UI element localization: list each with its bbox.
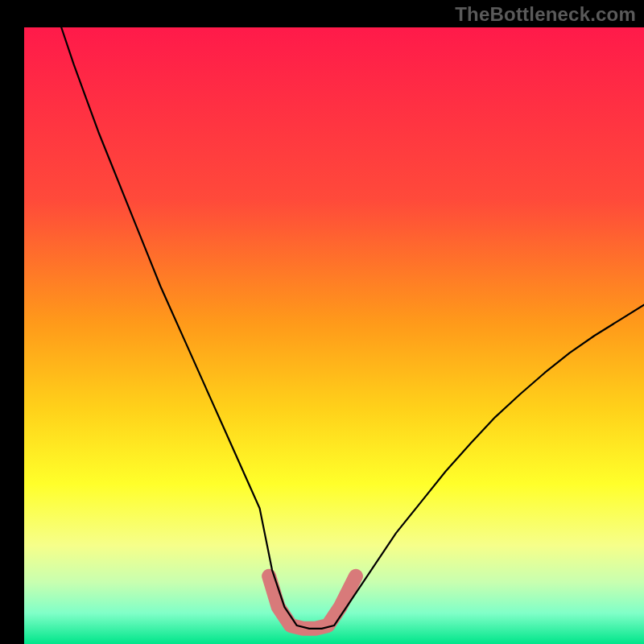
bottleneck-chart [0,0,644,644]
plot-background [24,27,644,644]
watermark-text: TheBottleneck.com [455,3,636,26]
chart-frame: TheBottleneck.com [0,0,644,644]
